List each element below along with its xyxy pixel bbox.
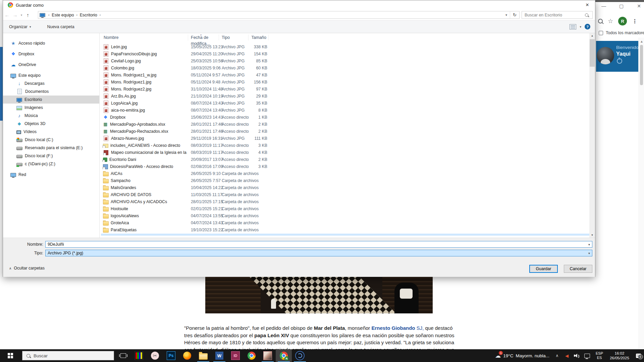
organize-button[interactable]: Organizar▾	[6, 24, 34, 29]
breadcrumb-this-pc[interactable]: Este equipo	[50, 13, 75, 17]
sidebar-item-c-dani-pc-z-[interactable]: c (\\Dani-pc) (Z:)	[3, 160, 99, 168]
sidebar-item-escritorio[interactable]: Escritorio	[3, 96, 99, 104]
address-dropdown-icon[interactable]: ▾	[503, 11, 510, 18]
zoom-icon[interactable]	[598, 19, 603, 23]
file-row[interactable]: Hootsuite02/01/2025 15:21Carpeta de arch…	[101, 205, 589, 212]
file-row[interactable]: ARCHIVO AICAs y AICADOCs28/01/2025 17:15…	[101, 198, 589, 205]
page-scrollbar[interactable]: ▲	[639, 38, 644, 349]
file-row[interactable]: Arz.Bs.As.jpg21/10/2024 10:19Archivo JPG…	[101, 93, 589, 100]
taskbar-app-snipping-tool[interactable]: ✂	[147, 349, 163, 362]
file-row[interactable]: MailsGrandes10/04/2025 14:22Carpeta de a…	[101, 184, 589, 191]
file-row[interactable]: León.jpg15/05/2025 13:21Archivo JPG338 K…	[101, 43, 589, 50]
browser-menu-icon[interactable]: ⋮	[632, 18, 637, 24]
file-row[interactable]: includes_AICANEWS - Acceso directo08/03/…	[101, 142, 589, 149]
file-row[interactable]: Sampacho26/05/2025 7:57Carpeta de archiv…	[101, 177, 589, 184]
address-bar[interactable]: › Este equipo › Escritorio › ▾ ↻	[38, 11, 520, 19]
help-icon[interactable]: ?	[585, 24, 590, 29]
chevron-down-icon[interactable]: ▾	[588, 251, 590, 255]
sidebar-item-onedrive[interactable]: ☁OneDrive	[3, 61, 99, 69]
close-icon[interactable]: ✕	[636, 3, 642, 10]
file-row[interactable]: ▦MercadoPago-Rechazados.xlsx28/01/2021 1…	[101, 128, 589, 135]
filetype-select[interactable]: Archivo JPG (*.jpg) ▾	[45, 250, 592, 256]
new-folder-button[interactable]: Nueva carpeta	[44, 24, 77, 29]
task-view-button[interactable]	[115, 349, 131, 362]
start-button[interactable]	[0, 349, 21, 362]
file-row[interactable]: PapaFranciscoDibujo.jpg29/04/2025 11:20A…	[101, 50, 589, 57]
file-row[interactable]: DiocesisParaWeb - Acceso directo02/08/20…	[101, 163, 589, 170]
file-row[interactable]: Mons. Rodríguez2.jpg31/10/2024 11:48Arch…	[101, 85, 589, 93]
taskbar-app-image-viewer[interactable]	[260, 349, 276, 362]
sidebar-item-documentos[interactable]: Documentos	[3, 87, 99, 96]
back-icon[interactable]: ←	[3, 12, 11, 18]
file-row[interactable]: Abrazo-Nuevo.jpg29/11/2019 16:31Archivo …	[101, 135, 589, 142]
taskbar-app-word[interactable]: W	[211, 349, 227, 362]
weather-widget[interactable]: ☁1 19°C Mayorm. nubla...	[492, 349, 552, 362]
taskbar-app-firefox[interactable]	[179, 349, 195, 362]
save-button[interactable]: Guardar	[529, 265, 558, 273]
cancel-button[interactable]: Cancelar	[564, 265, 592, 273]
taskbar-app-updater[interactable]	[292, 349, 308, 362]
file-row[interactable]: Mons. Rodríguez1.jpg05/11/2024 9:48Archi…	[101, 78, 589, 85]
sidebar-item-disco-local-c-[interactable]: Disco local (C:)	[3, 136, 99, 144]
filename-input[interactable]: 9DeJulñi ▾	[45, 241, 592, 248]
clock[interactable]: 16:0226/05/2025	[606, 349, 633, 362]
file-row[interactable]: Mapeo comunicacional de la Iglesia en la…	[101, 149, 589, 156]
sidebar-item-este-equipo[interactable]: Este equipo	[3, 71, 99, 79]
volume-icon[interactable]	[572, 349, 582, 362]
column-header-date[interactable]: ▾Fecha de modifica...	[188, 35, 219, 41]
sidebar-item-red[interactable]: Red	[3, 171, 99, 179]
up-icon[interactable]: ↑	[24, 12, 32, 18]
sidebar-item-objetos-3d[interactable]: ◆Objetos 3D	[3, 120, 99, 128]
profile-avatar[interactable]: R	[618, 17, 627, 25]
sidebar-item-m-sica[interactable]: ♪Música	[3, 112, 99, 120]
file-row[interactable]: GroteAica04/07/2024 13:43Carpeta de arch…	[101, 219, 589, 226]
column-header-size[interactable]: Tamaño	[249, 35, 269, 41]
breadcrumb-desktop[interactable]: Escritorio	[78, 13, 99, 17]
history-dropdown-icon[interactable]: ▾	[19, 13, 24, 17]
file-row[interactable]: Mons. Rodríguez1_w.jpg05/11/2024 9:57Arc…	[101, 71, 589, 78]
scroll-up-icon[interactable]: ▴	[589, 33, 595, 38]
bookmark-star-icon[interactable]: ☆	[608, 18, 613, 24]
sidebar-item-im-genes[interactable]: Imágenes	[3, 104, 99, 112]
language-indicator[interactable]: ESPES	[592, 349, 606, 362]
tray-app-icon[interactable]: ◀	[562, 349, 572, 362]
file-row[interactable]: ▦MercadoPago-Aprobados.xlsx28/01/2021 17…	[101, 121, 589, 128]
file-row[interactable]: ❖Dropbox15/06/2023 14:41Acceso directo1 …	[101, 114, 589, 121]
file-row[interactable]: LogoAicaA.jpg08/07/2024 13:43Archivo JPG…	[101, 100, 589, 107]
list-scrollbar[interactable]: ▴ ▾	[589, 33, 595, 238]
scrollbar-thumb[interactable]	[640, 45, 643, 85]
sidebar-item-descargas[interactable]: ↓Descargas	[3, 79, 99, 87]
scrollbar-thumb[interactable]	[590, 39, 595, 67]
file-row[interactable]: aica-no-emitira.jpg08/07/2024 13:40Archi…	[101, 107, 589, 114]
network-icon[interactable]	[582, 349, 592, 362]
tray-expand-icon[interactable]: ∧	[552, 349, 562, 362]
column-header-name[interactable]: Nombre	[101, 35, 188, 41]
taskbar-app-photoshop[interactable]: Ps	[163, 349, 179, 362]
taskbar-app-chrome[interactable]	[244, 349, 260, 362]
file-row[interactable]: Cevilaf-Logo.jpg25/03/2025 10:56Archivo …	[101, 57, 589, 64]
view-dropdown-icon[interactable]: ▾	[580, 25, 581, 28]
search-input[interactable]: Buscar en Escritorio	[522, 11, 593, 19]
article-link[interactable]: Ernesto Giobando	[372, 325, 415, 331]
file-row[interactable]: AICAs26/05/2025 9:10Carpeta de archivos	[101, 170, 589, 177]
bookmarks-label[interactable]: Todos los marcadores	[606, 31, 644, 35]
sidebar-item-v-deos[interactable]: Vídeos	[3, 128, 99, 136]
column-header-type[interactable]: Tipo	[219, 35, 249, 41]
bookmarks-icon[interactable]	[599, 31, 603, 35]
article-link[interactable]: SJ,	[415, 325, 424, 331]
maximize-icon[interactable]: ▢	[618, 3, 625, 10]
chevron-down-icon[interactable]: ▾	[588, 243, 590, 246]
sidebar-item-disco-local-f-[interactable]: Disco local (F:)	[3, 152, 99, 160]
taskbar-app-chrome-profile[interactable]: R	[276, 349, 292, 362]
sidebar-item-reservado-para-el-sistema-e-[interactable]: Reservado para el sistema (E:)	[3, 144, 99, 152]
scroll-up-icon[interactable]: ▲	[639, 40, 644, 43]
scroll-down-icon[interactable]: ▾	[589, 233, 595, 238]
dialog-titlebar[interactable]: Guardar como ✕	[3, 0, 595, 10]
action-center-button[interactable]: 5	[633, 349, 644, 362]
hide-folders-button[interactable]: ∧ Ocultar carpetas	[9, 266, 45, 270]
minimize-icon[interactable]: —	[600, 3, 607, 10]
taskbar-app-colorcop[interactable]	[131, 349, 147, 362]
forward-icon[interactable]: →	[11, 12, 19, 18]
search-icon[interactable]	[585, 13, 588, 17]
file-row[interactable]: Escritorio Dani20/09/2017 13:07Acceso di…	[101, 156, 589, 163]
